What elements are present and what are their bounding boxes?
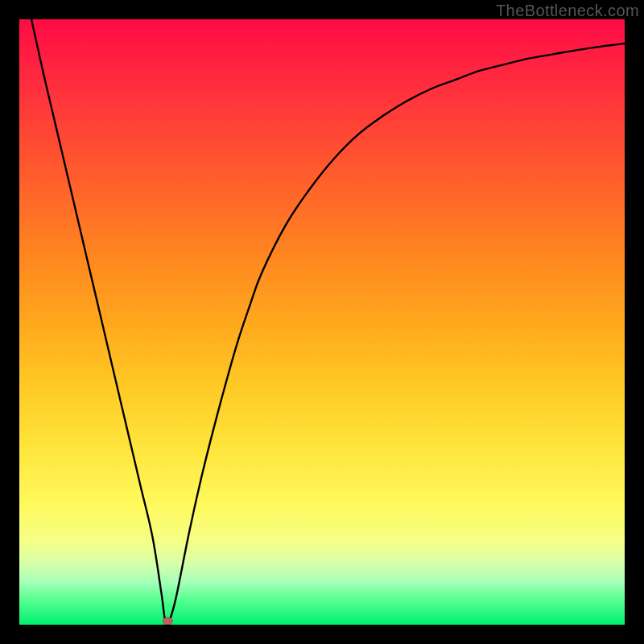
- watermark-text: TheBottleneck.com: [496, 2, 639, 20]
- bottleneck-curve: [31, 19, 625, 625]
- curve-layer: [19, 19, 625, 625]
- chart-frame: TheBottleneck.com: [0, 0, 644, 644]
- plot-area: [19, 19, 625, 625]
- minimum-marker: [163, 617, 172, 625]
